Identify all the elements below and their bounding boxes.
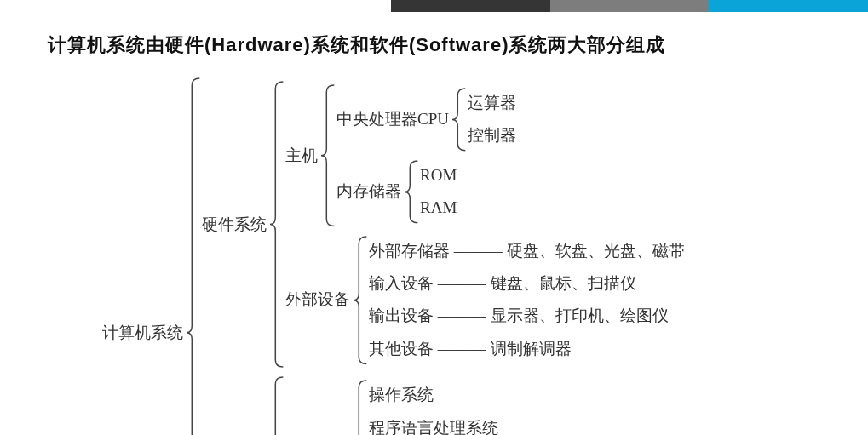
leaf-cu: 控制器 [468,123,516,148]
node-memory: 内存储器 ROM RAM [336,159,516,225]
node-host: 主机 中央处理器CPU 运算器 控制器 [285,83,685,228]
node-external: 外部设备 外部存储器 ——— 硬盘、软盘、光盘、磁带 输入设备 ——— 键盘、鼠… [285,235,685,366]
leaf-ext-storage: 外部存储器 ——— 硬盘、软盘、光盘、磁带 [369,238,685,264]
node-root: 计算机系统 硬件系统 主机 中央处理器CPU [102,77,685,435]
leaf-alu: 运算器 [468,90,516,116]
leaf-ext-output: 输出设备 ——— 显示器、打印机、绘图仪 [369,303,685,329]
brace-icon [187,77,202,435]
page-title: 计算机系统由硬件(Hardware)系统和软件(Software)系统两大部分组… [48,32,665,58]
leaf-os: 操作系统 [369,382,652,408]
label-cpu: 中央处理器CPU [336,108,452,130]
leaf-ext-other: 其他设备 ——— 调制解调器 [369,336,685,362]
top-accent-bar [391,0,868,12]
node-sys-software: 系统软件 操作系统 程序语言处理系统 数据库管理系统 服务程序 ——— 检查、诊… [285,379,663,435]
label-hardware: 硬件系统 [202,214,270,236]
leaf-ext-input: 输入设备 ——— 键盘、鼠标、扫描仪 [369,271,685,296]
leaf-rom: ROM [420,163,457,188]
brace-icon [270,80,285,369]
leaf-lang: 程序语言处理系统 [369,415,652,435]
brace-icon [354,379,369,435]
label-host: 主机 [285,145,321,167]
label-memory: 内存储器 [336,180,405,203]
label-external: 外部设备 [285,289,354,311]
brace-icon [270,375,285,435]
brace-icon [452,87,468,152]
brace-icon [321,83,336,228]
system-tree-diagram: 计算机系统 硬件系统 主机 中央处理器CPU [102,77,685,435]
label-root: 计算机系统 [102,322,187,344]
node-software: 软件系统 系统软件 操作系统 程序语言处理系统 数据库管理系统 服务程序 ———… [202,375,685,435]
node-hardware: 硬件系统 主机 中央处理器CPU 运算器 [202,80,685,369]
node-cpu: 中央处理器CPU 运算器 控制器 [336,87,516,152]
brace-icon [354,235,369,366]
brace-icon [405,159,420,225]
leaf-ram: RAM [420,195,457,220]
